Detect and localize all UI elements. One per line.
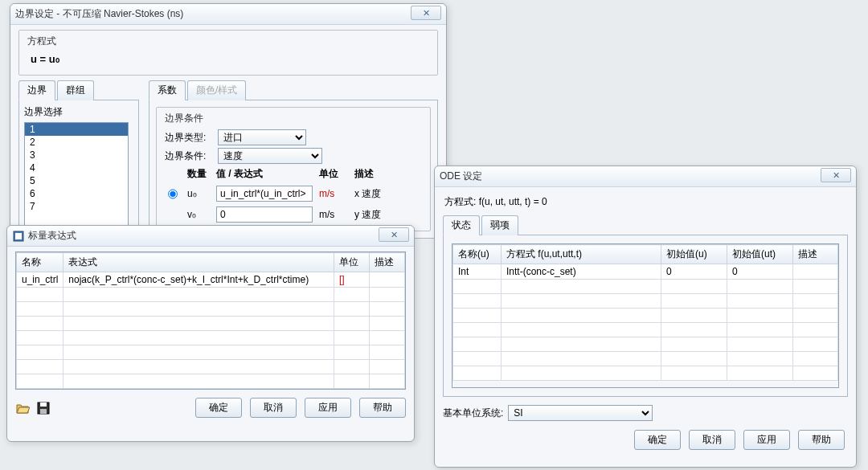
svg-rect-4	[40, 409, 47, 414]
table-row[interactable]	[17, 360, 405, 374]
table-row[interactable]	[17, 331, 405, 345]
help-button[interactable]: 帮助	[359, 398, 406, 418]
app-icon	[12, 230, 25, 243]
apply-button[interactable]: 应用	[305, 398, 351, 418]
col-unit[interactable]: 单位	[334, 253, 370, 272]
table-row[interactable]	[453, 323, 838, 337]
equation-text: u = u₀	[27, 50, 429, 67]
tab-boundary[interactable]: 边界	[18, 80, 55, 100]
table-row[interactable]	[453, 280, 838, 294]
boundary-title: 边界设定 - 不可压缩 Navier-Stokes (ns)	[15, 7, 183, 21]
boundary-cond-select[interactable]: 速度	[218, 148, 322, 164]
scalar-title: 标量表达式	[28, 229, 76, 243]
col-desc: 描述	[354, 167, 403, 181]
col-desc[interactable]: 描述	[793, 245, 838, 264]
table-row[interactable]	[17, 302, 405, 317]
u0-radio[interactable]	[168, 189, 178, 199]
table-row[interactable]	[17, 317, 405, 331]
scalar-table[interactable]: 名称 表达式 单位 描述 u_in_ctrl nojac(k_P_ctrl*(c…	[15, 251, 406, 390]
table-row[interactable]	[17, 374, 405, 389]
close-icon[interactable]: ✕	[821, 168, 851, 182]
tab-color: 颜色/样式	[187, 80, 246, 100]
list-item[interactable]: 5	[25, 174, 128, 187]
u0-desc: x 速度	[354, 187, 403, 201]
equation-group: 方程式 u = u₀	[18, 30, 438, 76]
u0-symbol: u₀	[187, 188, 210, 199]
col-name[interactable]: 名称	[17, 253, 63, 272]
cell-desc[interactable]	[793, 264, 838, 280]
table-row[interactable]: u_in_ctrl nojac(k_P_ctrl*(conc-c_set)+k_…	[17, 272, 405, 288]
cancel-button[interactable]: 取消	[250, 398, 297, 418]
list-item[interactable]: 7	[25, 200, 128, 213]
table-row[interactable]	[17, 288, 405, 302]
boundary-select-label: 边界选择	[24, 105, 133, 119]
v0-unit: m/s	[319, 209, 348, 220]
boundary-type-select[interactable]: 进口	[218, 129, 306, 145]
boundary-cond-group-label: 边界条件	[162, 112, 207, 125]
save-icon[interactable]	[36, 401, 51, 415]
col-expr[interactable]: 表达式	[63, 253, 334, 272]
cell-unit[interactable]: []	[334, 272, 370, 288]
ode-titlebar[interactable]: ODE 设定 ✕	[435, 166, 856, 187]
col-eq[interactable]: 方程式 f(u,ut,utt,t)	[502, 245, 661, 264]
boundary-type-label: 边界类型:	[165, 131, 213, 145]
tab-coef[interactable]: 系数	[149, 80, 186, 100]
table-row[interactable]	[17, 345, 405, 360]
ode-title: ODE 设定	[440, 170, 482, 183]
list-item[interactable]: 1	[25, 123, 128, 136]
open-icon[interactable]	[15, 401, 30, 415]
ok-button[interactable]: 确定	[634, 430, 681, 450]
v0-desc: y 速度	[354, 208, 403, 222]
col-name-u[interactable]: 名称(u)	[453, 245, 502, 264]
basis-select[interactable]: SI	[508, 405, 653, 421]
cancel-button[interactable]: 取消	[689, 430, 735, 450]
tab-group[interactable]: 群组	[57, 80, 94, 100]
table-row[interactable]: Int Intt-(conc-c_set) 0 0	[453, 264, 838, 280]
ode-table[interactable]: 名称(u) 方程式 f(u,ut,utt,t) 初始值(u) 初始值(ut) 描…	[452, 243, 839, 388]
cell-eq[interactable]: Intt-(conc-c_set)	[502, 264, 661, 280]
scalar-expression-window: 标量表达式 ✕ 名称 表达式 单位 描述 u_in_ctrl nojac(k_P…	[6, 225, 415, 442]
list-item[interactable]: 2	[25, 136, 128, 149]
equation-group-label: 方程式	[24, 35, 59, 48]
boundary-listbox[interactable]: 1 2 3 4 5 6 7	[24, 122, 129, 227]
svg-rect-3	[40, 403, 47, 407]
col-init-ut[interactable]: 初始值(ut)	[727, 245, 793, 264]
cell-name[interactable]: Int	[453, 264, 502, 280]
tab-state[interactable]: 状态	[443, 215, 480, 235]
table-row[interactable]	[453, 294, 838, 309]
ok-button[interactable]: 确定	[195, 398, 242, 418]
u0-unit: m/s	[319, 188, 348, 199]
table-row[interactable]	[453, 309, 838, 323]
table-row[interactable]	[453, 352, 838, 366]
close-icon[interactable]: ✕	[411, 6, 441, 20]
list-item[interactable]: 4	[25, 161, 128, 174]
ode-settings-window: ODE 设定 ✕ 方程式: f(u, ut, utt, t) = 0 状态 弱项…	[434, 166, 857, 468]
svg-rect-1	[15, 233, 22, 239]
apply-button[interactable]: 应用	[743, 430, 790, 450]
table-row[interactable]	[453, 366, 838, 381]
list-item[interactable]: 6	[25, 187, 128, 200]
tab-weak[interactable]: 弱项	[481, 215, 518, 235]
cell-init-u[interactable]: 0	[661, 264, 727, 280]
basis-label: 基本单位系统:	[443, 407, 503, 420]
help-button[interactable]: 帮助	[798, 430, 845, 450]
u0-input[interactable]	[216, 186, 313, 202]
cell-name[interactable]: u_in_ctrl	[17, 272, 63, 288]
table-row[interactable]	[453, 337, 838, 352]
cell-init-ut[interactable]: 0	[727, 264, 793, 280]
col-unit: 单位	[319, 167, 348, 181]
boundary-titlebar[interactable]: 边界设定 - 不可压缩 Navier-Stokes (ns) ✕	[10, 4, 446, 25]
cell-expr[interactable]: nojac(k_P_ctrl*(conc-c_set)+k_I_ctrl*Int…	[63, 272, 334, 288]
boundary-cond-label: 边界条件:	[165, 149, 213, 163]
col-qty: 数量	[187, 167, 210, 181]
v0-input[interactable]	[216, 206, 313, 223]
col-desc[interactable]: 描述	[370, 253, 405, 272]
list-item[interactable]: 3	[25, 149, 128, 161]
scalar-titlebar[interactable]: 标量表达式 ✕	[7, 226, 414, 247]
close-icon[interactable]: ✕	[379, 227, 409, 242]
col-init-u[interactable]: 初始值(u)	[661, 245, 727, 264]
v0-symbol: v₀	[187, 209, 210, 220]
col-val: 值 / 表达式	[216, 167, 313, 181]
ode-equation-label: 方程式: f(u, ut, utt, t) = 0	[443, 192, 848, 215]
cell-desc[interactable]	[370, 272, 405, 288]
